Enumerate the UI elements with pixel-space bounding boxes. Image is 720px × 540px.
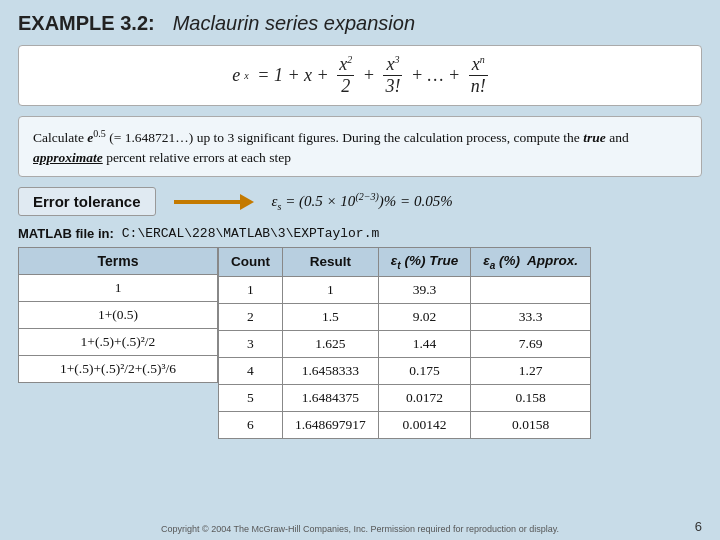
result-cell: 1.6484375 [282, 384, 378, 411]
matlab-row: MATLAB file in: C:\ERCAL\228\MATLAB\3\EX… [18, 226, 702, 241]
formula-display: e x = 1 + x + x2 2 + x3 3! + … + xn [35, 54, 685, 97]
result-cell: 1.648697917 [282, 411, 378, 438]
epsilon-formula: εs = (0.5 × 10(2−3))% = 0.05% [272, 191, 453, 212]
table-row: 1 1 39.3 [219, 276, 591, 303]
copyright-text: Copyright © 2004 The McGraw-Hill Compani… [0, 524, 720, 534]
tables-row: Terms 1 1+(0.5) 1+(.5)+(.5)²/2 1+(.5)+(.… [18, 247, 702, 439]
result-cell: 1.6458333 [282, 357, 378, 384]
matlab-path: C:\ERCAL\228\MATLAB\3\EXPTaylor.m [122, 226, 379, 241]
term-cell: 1 [19, 275, 218, 302]
term-cell: 1+(0.5) [19, 302, 218, 329]
approx-error-cell: 33.3 [471, 303, 591, 330]
table-row: 5 1.6484375 0.0172 0.158 [219, 384, 591, 411]
page: EXAMPLE 3.2: Maclaurin series expansion … [0, 0, 720, 540]
title-row: EXAMPLE 3.2: Maclaurin series expansion [18, 12, 702, 35]
count-cell: 5 [219, 384, 283, 411]
table-row: 2 1.5 9.02 33.3 [219, 303, 591, 330]
true-error-cell: 0.175 [378, 357, 470, 384]
count-cell: 3 [219, 330, 283, 357]
arrow-icon [174, 193, 254, 211]
approx-error-cell: 0.0158 [471, 411, 591, 438]
count-cell: 6 [219, 411, 283, 438]
result-header: Result [282, 248, 378, 277]
table-row: 1+(.5)+(.5)²/2+(.5)³/6 [19, 356, 218, 383]
count-cell: 2 [219, 303, 283, 330]
table-row: 1+(.5)+(.5)²/2 [19, 329, 218, 356]
table-row: 6 1.648697917 0.00142 0.0158 [219, 411, 591, 438]
count-cell: 1 [219, 276, 283, 303]
table-row: 1+(0.5) [19, 302, 218, 329]
approx-error-cell: 0.158 [471, 384, 591, 411]
data-table: Count Result εt (%) True εa (%) Approx. … [218, 247, 591, 439]
true-error-cell: 9.02 [378, 303, 470, 330]
approx-error-header: εa (%) Approx. [471, 248, 591, 277]
error-tolerance-row: Error tolerance εs = (0.5 × 10(2−3))% = … [18, 187, 702, 216]
error-tolerance-label: Error tolerance [18, 187, 156, 216]
terms-header: Terms [19, 248, 218, 275]
matlab-label: MATLAB file in: [18, 226, 114, 241]
result-cell: 1.625 [282, 330, 378, 357]
formula-box: e x = 1 + x + x2 2 + x3 3! + … + xn [18, 45, 702, 106]
true-error-cell: 1.44 [378, 330, 470, 357]
true-error-header: εt (%) True [378, 248, 470, 277]
desc-text1: Calculate e0.5 (= 1.648721…) up to 3 sig… [33, 130, 629, 165]
approx-error-cell: 7.69 [471, 330, 591, 357]
result-cell: 1 [282, 276, 378, 303]
table-row: 4 1.6458333 0.175 1.27 [219, 357, 591, 384]
table-row: 1 [19, 275, 218, 302]
example-label: EXAMPLE 3.2: [18, 12, 155, 35]
term-cell: 1+(.5)+(.5)²/2+(.5)³/6 [19, 356, 218, 383]
description-box: Calculate e0.5 (= 1.648721…) up to 3 sig… [18, 116, 702, 177]
count-header: Count [219, 248, 283, 277]
terms-table: Terms 1 1+(0.5) 1+(.5)+(.5)²/2 1+(.5)+(.… [18, 247, 218, 383]
true-error-cell: 0.00142 [378, 411, 470, 438]
page-title: Maclaurin series expansion [173, 12, 415, 35]
true-error-cell: 39.3 [378, 276, 470, 303]
table-row: 3 1.625 1.44 7.69 [219, 330, 591, 357]
count-cell: 4 [219, 357, 283, 384]
true-error-cell: 0.0172 [378, 384, 470, 411]
approx-error-cell [471, 276, 591, 303]
result-cell: 1.5 [282, 303, 378, 330]
term-cell: 1+(.5)+(.5)²/2 [19, 329, 218, 356]
approx-error-cell: 1.27 [471, 357, 591, 384]
page-number: 6 [695, 519, 702, 534]
